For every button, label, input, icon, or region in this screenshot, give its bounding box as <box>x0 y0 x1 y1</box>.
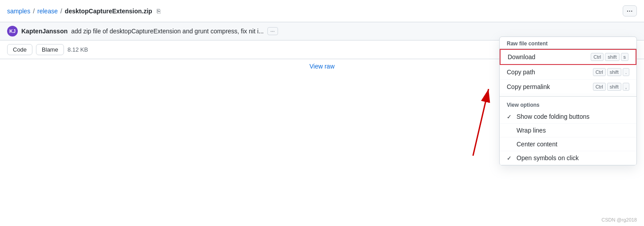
dropdown-raw-header: Raw file content <box>500 37 636 49</box>
center-content-label: Center content <box>517 141 557 148</box>
breadcrumb-filename: desktopCaptureExtension.zip <box>65 8 152 15</box>
download-label-group: Download <box>508 53 535 61</box>
wrap-lines-label-group: ✓ Wrap lines <box>507 127 546 134</box>
copy-path-shortcut: Ctrl shift . <box>593 68 629 76</box>
dropdown-download-item[interactable]: Download Ctrl shift s <box>500 49 636 65</box>
dropdown-open-symbols-item[interactable]: ✓ Open symbols on click <box>500 151 636 165</box>
copy-path-label-group: Copy path <box>507 69 535 76</box>
breadcrumb-sep2: / <box>60 8 62 15</box>
view-raw-link[interactable]: View raw <box>310 63 335 70</box>
copy-path-label: Copy path <box>507 69 535 76</box>
dropdown-divider <box>500 96 636 97</box>
breadcrumb-samples[interactable]: samples <box>7 8 30 15</box>
breadcrumb-bar: samples / release / desktopCaptureExtens… <box>0 0 644 22</box>
dropdown-menu: Raw file content Download Ctrl shift s C… <box>499 36 637 165</box>
show-folding-label-group: ✓ Show code folding buttons <box>507 113 589 120</box>
breadcrumb-release[interactable]: release <box>37 8 58 15</box>
dropdown-center-content-item[interactable]: ✓ Center content <box>500 137 636 151</box>
dropdown-show-folding-item[interactable]: ✓ Show code folding buttons <box>500 110 636 124</box>
ctrl-key3: Ctrl <box>593 83 606 91</box>
show-folding-check-icon: ✓ <box>507 113 514 120</box>
commit-expand-button[interactable]: ··· <box>267 27 278 35</box>
commit-message: add zip file of desktopCaptureExtension … <box>71 28 263 35</box>
dropdown-wrap-lines-item[interactable]: ✓ Wrap lines <box>500 124 636 137</box>
file-size: 8.12 KB <box>68 46 88 53</box>
center-content-label-group: ✓ Center content <box>507 141 557 148</box>
blame-tab[interactable]: Blame <box>36 44 64 55</box>
shift-key: shift <box>605 53 619 61</box>
s-key: s <box>621 53 629 61</box>
ctrl-key: Ctrl <box>591 53 604 61</box>
copy-path-icon[interactable]: ⎘ <box>157 8 160 15</box>
show-folding-label: Show code folding buttons <box>517 113 589 120</box>
shift-key3: shift <box>607 83 621 91</box>
svg-line-1 <box>473 89 489 156</box>
avatar: KJ <box>7 26 18 36</box>
open-symbols-label: Open symbols on click <box>517 154 579 161</box>
dropdown-copy-permalink-item[interactable]: Copy permalink Ctrl shift , <box>500 80 636 94</box>
more-options-button[interactable]: ··· <box>623 5 637 16</box>
commit-author[interactable]: KaptenJansson <box>21 28 68 35</box>
breadcrumb-sep1: / <box>33 8 35 15</box>
wrap-lines-label: Wrap lines <box>517 127 546 134</box>
comma-key: , <box>623 83 629 91</box>
footer-text: CSDN @rg2018 <box>601 217 637 222</box>
dropdown-copy-path-item[interactable]: Copy path Ctrl shift . <box>500 65 636 80</box>
code-tab[interactable]: Code <box>7 44 32 55</box>
open-symbols-check-icon: ✓ <box>507 155 514 161</box>
view-options-header: View options <box>500 98 636 110</box>
copy-permalink-label-group: Copy permalink <box>507 83 550 90</box>
copy-permalink-label: Copy permalink <box>507 83 550 90</box>
dot-key: . <box>623 68 629 76</box>
ctrl-key2: Ctrl <box>593 68 606 76</box>
shift-key2: shift <box>607 68 621 76</box>
download-shortcut: Ctrl shift s <box>591 53 628 61</box>
download-label: Download <box>508 53 535 61</box>
arrow-annotation <box>406 62 495 160</box>
open-symbols-label-group: ✓ Open symbols on click <box>507 154 579 161</box>
copy-permalink-shortcut: Ctrl shift , <box>593 83 629 91</box>
